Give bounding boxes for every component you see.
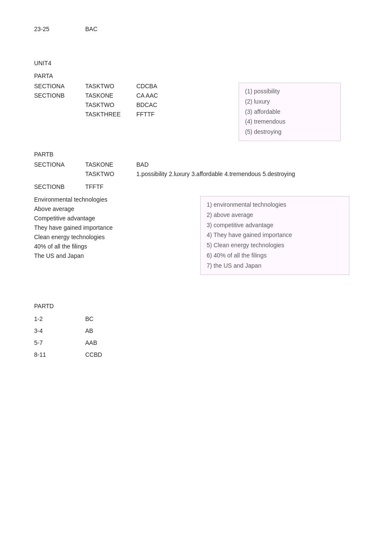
partB-label: PARTB — [34, 151, 358, 158]
box2-item-5: 5) Clean energy technologies — [207, 240, 343, 251]
sectionB-item-4-line: They have gained importance — [34, 224, 179, 231]
answer-box-1: (1) possibility (2) luxury (3) affordabl… — [239, 83, 341, 141]
partB-sectionA-taskone-line: SECTIONA TASKONE BAD — [34, 161, 358, 168]
partB-sectionA-label: SECTIONA — [34, 161, 85, 168]
box2-item-1: 1) environmental technologies — [207, 200, 343, 210]
partD-row-1: 1-2 BC — [34, 315, 358, 322]
unit4-label: UNIT4 — [34, 60, 358, 66]
sectionB-item-2-line: Above average — [34, 205, 179, 212]
box1-item-4: (4) tremendous — [245, 117, 334, 127]
sectionA-task: TASKTWO — [85, 83, 136, 90]
sectionB-label: SECTIONB — [34, 92, 85, 99]
sectionB-item-7-line: The US and Japan — [34, 252, 179, 259]
box1-item-1: (1) possibility — [245, 87, 334, 97]
partD-row-2: 3-4 AB — [34, 327, 358, 334]
sectionB-item-6-line: 40% of all the filings — [34, 243, 179, 250]
partB-sectionB-label: SECTIONB — [34, 183, 85, 190]
partB-sectionA-tasktwo: TASKTWO — [85, 171, 136, 177]
partB-sectionA-tasktwo-line: TASKTWO 1.possibility 2.luxury 3.afforda… — [34, 171, 358, 177]
header-answer: BAC — [85, 26, 136, 32]
box1-item-2: (2) luxury — [245, 97, 334, 107]
sectionB-item-3-line: Competitive advantage — [34, 215, 179, 222]
partD-row1-answer: BC — [85, 315, 136, 322]
partD-row4-answer: CCBD — [85, 351, 136, 358]
partD-row4-range: 8-11 — [34, 351, 85, 358]
partB-sectionB-line: SECTIONB TFFTF — [34, 183, 358, 190]
answer-box-2: 1) environmental technologies 2) above a… — [200, 196, 349, 275]
sectionB-item-4: They have gained importance — [34, 224, 112, 231]
sectionB-taskone-answer: CA AAC — [136, 92, 187, 99]
sectionB-taskthree: TASKTHREE — [85, 111, 136, 118]
partD-row-4: 8-11 CCBD — [34, 351, 358, 358]
partD-row2-answer: AB — [85, 327, 136, 334]
box2-item-2: 2) above average — [207, 210, 343, 220]
sectionA-label: SECTIONA — [34, 83, 85, 90]
partB-sectionA-tasktwo-answer: 1.possibility 2.luxury 3.affordable 4.tr… — [136, 171, 358, 177]
partB-sectionB-answer: TFFTF — [85, 183, 136, 190]
sectionB-tasktwo: TASKTWO — [85, 101, 136, 108]
sectionB-item-5-line: Clean energy technologies — [34, 234, 179, 240]
partD-label: PARTD — [34, 303, 358, 309]
partD-row2-range: 3-4 — [34, 327, 85, 334]
partD-row3-answer: AAB — [85, 339, 136, 346]
box1-item-5: (5) destroying — [245, 127, 334, 137]
box2-item-3: 3) competitive advantage — [207, 220, 343, 231]
partD-row3-range: 5-7 — [34, 339, 85, 346]
partD-row1-range: 1-2 — [34, 315, 85, 322]
partB-sectionA-taskone: TASKONE — [85, 161, 136, 168]
box1-item-3: (3) affordable — [245, 107, 334, 117]
sectionB-item-3: Competitive advantage — [34, 215, 95, 222]
sectionB-item-7: The US and Japan — [34, 252, 84, 259]
sectionB-item-2: Above average — [34, 205, 74, 212]
sectionB-taskone: TASKONE — [85, 92, 136, 99]
partA-label: PARTA — [34, 72, 358, 79]
sectionB-item-5: Clean energy technologies — [34, 234, 105, 240]
sectionB-item-1-line: Environmental technologies — [34, 196, 179, 203]
box2-item-6: 6) 40% of all the filings — [207, 251, 343, 261]
header-range: 23-25 — [34, 26, 85, 32]
sectionA-answer: CDCBA — [136, 83, 187, 90]
sectionB-taskthree-answer: FFTTF — [136, 111, 187, 118]
box2-item-4: 4) They have gained importance — [207, 230, 343, 240]
box2-item-7: 7) the US and Japan — [207, 261, 343, 271]
sectionB-tasktwo-answer: BDCAC — [136, 101, 187, 108]
partD-row-3: 5-7 AAB — [34, 339, 358, 346]
partB-sectionA-taskone-answer: BAD — [136, 161, 187, 168]
header-line: 23-25 BAC — [34, 26, 358, 32]
sectionB-item-1: Environmental technologies — [34, 196, 107, 203]
sectionB-item-6: 40% of all the filings — [34, 243, 87, 250]
